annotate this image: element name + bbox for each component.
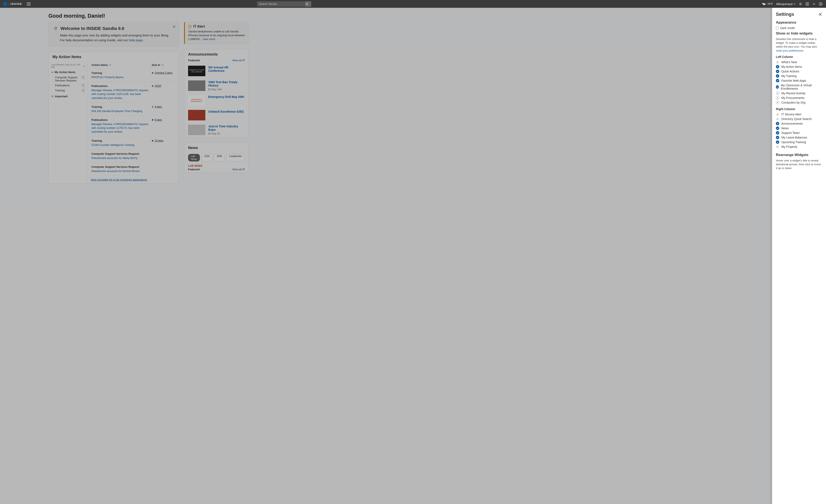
check-icon — [776, 65, 779, 68]
lock-icon — [776, 60, 779, 64]
widget-label: My Recent Activity — [781, 91, 805, 95]
appearance-heading: Appearance — [776, 20, 822, 25]
widget-toggle-row[interactable]: Quick Actions — [776, 69, 822, 74]
svg-point-5 — [807, 3, 808, 4]
widget-toggle-row[interactable]: My Recent Activity — [776, 91, 822, 96]
left-column-label: Left Column — [776, 55, 822, 59]
svg-rect-15 — [777, 119, 778, 120]
settings-drawer: Settings Appearance Dark mode Show or hi… — [772, 8, 826, 504]
help-suffix: . — [803, 49, 804, 52]
widget-toggle-row[interactable]: News — [776, 126, 822, 131]
show-hide-heading: Show or hide widgets — [776, 32, 822, 36]
widget-label: Favorite Web Apps — [781, 79, 806, 82]
check-icon — [776, 127, 779, 130]
check-icon — [776, 85, 779, 88]
check-icon — [776, 140, 779, 144]
check-icon — [776, 131, 779, 134]
search-input[interactable] — [257, 1, 305, 7]
reset-preferences-link[interactable]: reset your preferences — [776, 49, 803, 52]
svg-rect-16 — [777, 146, 778, 147]
check-icon — [776, 122, 779, 125]
widget-label: My Leave Balances — [781, 136, 807, 139]
widget-label: Announcements — [781, 122, 803, 125]
lock-icon — [776, 145, 779, 148]
widget-label: Quick Actions — [781, 70, 799, 73]
widget-toggle-row[interactable]: My Classroom & Virtual Enrollements — [776, 83, 822, 91]
brand-text: INSIDE — [10, 2, 22, 5]
dark-mode-toggle[interactable]: Dark mode — [776, 26, 822, 30]
location-selector[interactable]: Albuquerque — [776, 2, 796, 6]
widget-label: Directory Quick Search — [781, 117, 812, 121]
plus-icon — [776, 101, 779, 104]
widget-label: What's New — [781, 60, 797, 64]
gear-icon[interactable] — [799, 2, 803, 6]
widget-label: Support Team — [781, 131, 800, 134]
user-icon[interactable] — [819, 2, 823, 6]
plus-icon — [776, 91, 779, 95]
widget-toggle-row[interactable]: My Training — [776, 74, 822, 78]
widget-toggle-row[interactable]: My Action Items — [776, 64, 822, 69]
widget-toggle-row[interactable]: Favorite Web Apps — [776, 78, 822, 83]
dark-mode-checkbox[interactable] — [776, 27, 779, 29]
help-prefix: Deselect the checkmark to hide a widget.… — [776, 38, 817, 48]
rearrange-help: Hover over a widget's title to reveal di… — [776, 159, 822, 170]
svg-point-7 — [820, 3, 821, 4]
widget-toggle-row: IT Service Alert — [776, 112, 822, 117]
search-button[interactable] — [305, 1, 311, 7]
widget-toggle-row[interactable]: Support Team — [776, 131, 822, 135]
chevron-down-icon — [793, 3, 796, 5]
svg-point-0 — [306, 3, 307, 5]
check-icon — [776, 70, 779, 73]
widget-label: My Property — [781, 145, 797, 148]
search — [257, 1, 311, 7]
widget-label: Computers by Org — [781, 101, 805, 104]
dark-mode-label: Dark mode — [780, 26, 794, 30]
dim-overlay[interactable] — [0, 8, 826, 504]
widget-toggle-row[interactable]: My Leave Balances — [776, 135, 822, 140]
check-icon — [776, 136, 779, 139]
brand[interactable]: | INSIDE — [3, 2, 22, 6]
widget-toggle-row[interactable]: Upcoming Training — [776, 140, 822, 144]
lock-icon — [776, 117, 779, 121]
svg-point-2 — [763, 3, 766, 5]
widget-label: My Classroom & Virtual Enrollements — [781, 83, 822, 90]
widget-toggle-row[interactable]: Announcements — [776, 121, 822, 126]
check-icon — [776, 79, 779, 82]
plus-icon — [776, 96, 779, 100]
widget-toggle-row: What's New — [776, 60, 822, 64]
brand-logo-icon — [3, 2, 7, 6]
location-label: Albuquerque — [776, 2, 793, 6]
link-icon[interactable] — [812, 2, 816, 6]
close-icon[interactable] — [818, 12, 822, 16]
svg-rect-13 — [777, 62, 778, 63]
widget-label: My Procurements — [781, 96, 805, 100]
widget-label: News — [781, 127, 789, 130]
widget-label: IT Service Alert — [781, 113, 801, 116]
menu-icon[interactable] — [27, 3, 31, 5]
widget-toggle-row: My Property — [776, 144, 822, 149]
svg-rect-14 — [777, 114, 778, 115]
svg-point-3 — [800, 3, 801, 5]
settings-title: Settings — [776, 12, 794, 17]
lock-icon — [776, 113, 779, 116]
widget-toggle-row: Directory Quick Search — [776, 117, 822, 121]
widget-label: My Action Items — [781, 65, 802, 68]
temperature: 78°F — [767, 2, 773, 5]
topbar-right: 78°F Albuquerque — [761, 2, 823, 6]
widget-label: My Training — [781, 74, 796, 78]
brand-separator: | — [8, 2, 9, 6]
rearrange-heading: Rearrange Widgets — [776, 153, 822, 157]
show-hide-help: Deselect the checkmark to hide a widget.… — [776, 37, 822, 53]
topbar: | INSIDE 78°F Albuquerque — [0, 0, 826, 8]
check-icon — [776, 74, 779, 78]
right-column-label: Right Column — [776, 107, 822, 111]
widget-toggle-row[interactable]: Computers by Org — [776, 100, 822, 105]
directory-icon[interactable] — [805, 2, 809, 6]
widget-toggle-row[interactable]: My Procurements — [776, 96, 822, 100]
widget-label: Upcoming Training — [781, 140, 806, 144]
weather[interactable]: 78°F — [761, 2, 773, 6]
weather-icon — [761, 2, 766, 6]
